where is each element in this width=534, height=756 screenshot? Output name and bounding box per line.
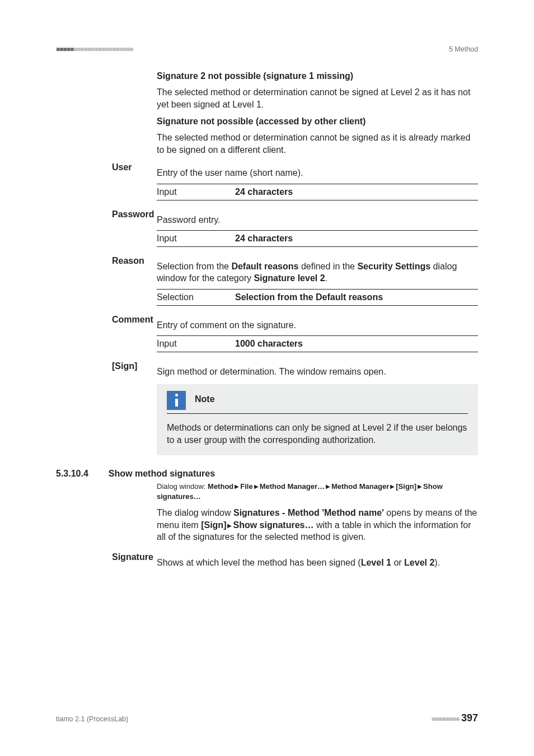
footer-product: tiamo 2.1 (ProcessLab) (56, 715, 128, 724)
crumb-b3: Method Manager… (260, 482, 325, 491)
sig2-missing-body: The selected method or determination can… (157, 86, 478, 110)
reason-selection-table: Selection Selection from the Default rea… (157, 289, 478, 306)
note-body: Methods or determinations can only be si… (167, 422, 468, 446)
crumb-b1: Method (208, 482, 233, 491)
note-box: Note Methods or determinations can only … (157, 384, 478, 455)
signature-desc-b2: Level 2 (404, 558, 434, 567)
user-input-table: Input 24 characters (157, 184, 478, 200)
comment-input-table: Input 1000 characters (157, 335, 478, 352)
reason-desc-b2: Security Settings (357, 262, 430, 271)
signature-desc-b1: Level 1 (361, 558, 391, 567)
reason-sel-label: Selection (157, 290, 235, 306)
signature-desc-post: ). (434, 558, 440, 567)
sign-desc: Sign method or determination. The window… (157, 366, 478, 378)
user-input-label: Input (157, 184, 235, 200)
page-header: ■■■■■■■■■■■■■■■■■■■■■■ 5 Method (56, 45, 478, 54)
comment-input-value: 1000 characters (235, 336, 478, 352)
comment-desc: Entry of comment on the signature. (157, 319, 478, 332)
reason-label: Reason (112, 255, 144, 267)
password-label: Password (112, 208, 154, 221)
signature-desc: Shows at which level the method has been… (157, 557, 478, 569)
sec-p-b1: Signatures - Method 'Method name' (233, 508, 384, 517)
triangle-icon: ▶ (253, 483, 260, 489)
user-label: User (112, 161, 132, 174)
reason-desc-b1: Default reasons (231, 262, 298, 271)
page-number: 397 (461, 712, 478, 724)
triangle-icon: ▶ (389, 483, 396, 489)
sec-p-b3: Show signatures… (233, 520, 313, 530)
signature-desc-mid: or (391, 558, 404, 567)
sec-p-b2: [Sign] (201, 520, 226, 530)
triangle-icon: ▶ (416, 483, 423, 489)
triangle-icon: ▶ (226, 522, 233, 529)
reason-desc: Selection from the Default reasons defin… (157, 260, 478, 284)
page-footer: tiamo 2.1 (ProcessLab) ■■■■■■■■ 397 (56, 711, 478, 725)
sign-label: [Sign] (112, 360, 137, 372)
sig-other-client-title: Signature not possible (accessed by othe… (157, 115, 478, 128)
footer-dots: ■■■■■■■■ (431, 715, 459, 723)
header-dots-left: ■■■■■■■■■■■■■■■■■■■■■■ (56, 45, 133, 54)
signature-desc-pre: Shows at which level the method has been… (157, 558, 361, 567)
password-input-label: Input (157, 231, 235, 247)
footer-right: ■■■■■■■■ 397 (431, 711, 478, 725)
crumb-b2: File (240, 482, 252, 491)
comment-input-label: Input (157, 336, 235, 352)
sig-other-client-body: The selected method or determination can… (157, 132, 478, 156)
header-chapter: 5 Method (449, 45, 478, 54)
section-number: 5.3.10.4 (56, 468, 88, 480)
triangle-icon: ▶ (325, 483, 331, 489)
section-title: Show method signatures (109, 468, 215, 480)
password-input-value: 24 characters (235, 231, 478, 247)
crumb-b5: [Sign] (396, 482, 416, 491)
sig2-missing-title: Signature 2 not possible (signature 1 mi… (157, 70, 478, 82)
user-desc: Entry of the user name (short name). (157, 167, 478, 179)
signature-label: Signature (112, 551, 153, 563)
triangle-icon: ▶ (233, 483, 240, 489)
crumb-pre: Dialog window: (157, 482, 208, 491)
password-desc: Password entry. (157, 214, 478, 226)
note-title: Note (195, 391, 215, 405)
info-icon (167, 391, 186, 410)
comment-label: Comment (112, 314, 153, 326)
reason-desc-b3: Signature level 2 (254, 273, 325, 283)
reason-desc-post: . (325, 273, 327, 283)
reason-desc-mid: defined in the (298, 262, 357, 271)
reason-desc-pre: Selection from the (157, 262, 231, 271)
section-paragraph: The dialog window Signatures - Method 'M… (157, 507, 478, 543)
sec-p-pre: The dialog window (157, 508, 233, 517)
crumb-b4: Method Manager (331, 482, 389, 491)
password-input-table: Input 24 characters (157, 230, 478, 247)
user-input-value: 24 characters (235, 184, 478, 200)
section-crumb: Dialog window: Method▶File▶Method Manage… (157, 482, 478, 501)
reason-sel-value: Selection from the Default reasons (235, 290, 478, 306)
